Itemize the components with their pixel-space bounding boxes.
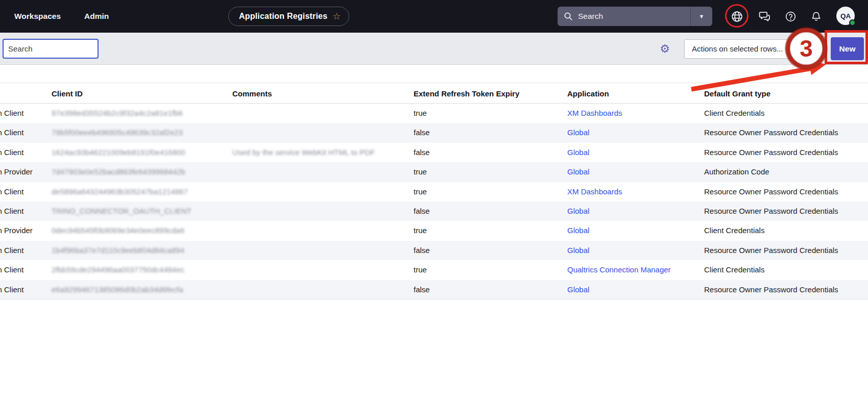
cell-extend-refresh-token-expiry: false: [414, 123, 430, 142]
avatar-initials: QA: [840, 12, 851, 20]
cell-registry-type: h Client: [0, 241, 49, 260]
cell-extend-refresh-token-expiry: true: [414, 162, 427, 182]
table-row[interactable]: h Client de5896a643244963b305247ba121486…: [0, 182, 868, 201]
cell-extend-refresh-token-expiry: false: [414, 241, 430, 260]
chevron-down-icon: ▼: [699, 13, 705, 19]
actions-on-selected-rows-dropdown[interactable]: Actions on selected rows...: [684, 39, 812, 59]
table-row[interactable]: h Provider 0dec94b545f0b9069e34e0eec899c…: [0, 221, 868, 240]
cell-default-grant-type: Client Credentials: [704, 221, 764, 240]
cell-application-link[interactable]: Global: [567, 123, 589, 142]
help-icon[interactable]: [784, 10, 797, 23]
cell-registry-type: h Provider: [0, 221, 49, 240]
table-row[interactable]: h Provider 7d47903e0e52bacd863fe64399684…: [0, 162, 868, 182]
cell-extend-refresh-token-expiry: true: [414, 182, 427, 201]
avatar[interactable]: QA: [836, 7, 855, 25]
cell-default-grant-type: Client Credentials: [704, 104, 764, 123]
cell-registry-type: h Provider: [0, 162, 49, 182]
cell-default-grant-type: Resource Owner Password Credentials: [704, 143, 838, 162]
nav-item-workspaces[interactable]: Workspaces: [14, 0, 61, 33]
global-search-placeholder: Search: [578, 12, 690, 21]
top-navbar: Workspaces Admin Application Registries …: [0, 0, 868, 33]
page-title: Application Registries: [239, 12, 327, 21]
globe-icon[interactable]: [730, 10, 743, 23]
search-icon: [564, 12, 573, 21]
global-search-box[interactable]: Search ▼: [558, 7, 712, 26]
table-row[interactable]: h Client 97e398ed35524b2c9f32a4c2a81e1fb…: [0, 104, 868, 123]
cell-application-link[interactable]: Global: [567, 201, 589, 221]
cell-client-id: TRINO_CONNECTOR_OAUTH_CLIENT: [52, 201, 191, 221]
cell-registry-type: h Client: [0, 182, 49, 201]
cell-client-id: 97e398ed35524b2c9f32a4c2a81e1fb6: [52, 104, 183, 123]
cell-client-id: de5896a643244963b305247ba1214867: [52, 182, 188, 201]
favorite-star-icon[interactable]: ☆: [332, 12, 341, 21]
cell-extend-refresh-token-expiry: false: [414, 201, 430, 221]
new-button[interactable]: New: [831, 37, 864, 60]
column-header-comments[interactable]: Comments: [232, 83, 272, 104]
list-toolbar: ⚙ Actions on selected rows... New: [0, 33, 868, 65]
column-header-default-grant-type[interactable]: Default Grant type: [704, 83, 770, 104]
cell-default-grant-type: Client Credentials: [704, 260, 764, 280]
cell-default-grant-type: Resource Owner Password Credentials: [704, 201, 838, 221]
column-header-extend-refresh-token-expiry[interactable]: Extend Refresh Token Expiry: [414, 83, 519, 104]
cell-application-link[interactable]: XM Dashboards: [567, 104, 622, 123]
cell-extend-refresh-token-expiry: false: [414, 280, 430, 299]
cell-extend-refresh-token-expiry: true: [414, 104, 427, 123]
cell-application-link[interactable]: Global: [567, 221, 589, 240]
search-scope-dropdown[interactable]: ▼: [691, 7, 712, 26]
cell-extend-refresh-token-expiry: true: [414, 260, 427, 280]
cell-client-id: e6a92994671385086d0b2ab34d6fecfa: [52, 280, 183, 299]
cell-client-id: 7d47903e0e52bacd863fe6439968442b: [52, 162, 185, 182]
table-row[interactable]: h Client 2fbb59cde294496aa0037750dc4484e…: [0, 260, 868, 280]
cell-registry-type: h Client: [0, 201, 49, 221]
table-header-row: Client ID Comments Extend Refresh Token …: [0, 83, 868, 104]
column-header-client-id[interactable]: Client ID: [52, 83, 83, 104]
cell-default-grant-type: Resource Owner Password Credentials: [704, 123, 838, 142]
cell-client-id: 0dec94b545f0b9069e34e0eec899cda6: [52, 221, 184, 240]
gear-icon[interactable]: ⚙: [658, 42, 672, 56]
table-search-input[interactable]: [3, 39, 99, 59]
cell-client-id: 79b5f00eeeb496905c49639c32af2e23: [52, 123, 183, 142]
table-row[interactable]: h Client e6a92994671385086d0b2ab34d6fecf…: [0, 280, 868, 299]
online-status-dot: [849, 19, 856, 26]
cell-registry-type: h Client: [0, 143, 49, 162]
application-registries-table: Client ID Comments Extend Refresh Token …: [0, 83, 868, 299]
cell-registry-type: h Client: [0, 123, 49, 142]
table-row[interactable]: h Client 1624ac93b46221009eb8191f0e41680…: [0, 143, 868, 162]
cell-default-grant-type: Resource Owner Password Credentials: [704, 241, 838, 260]
cell-registry-type: h Client: [0, 260, 49, 280]
cell-application-link[interactable]: XM Dashboards: [567, 182, 622, 201]
cell-default-grant-type: Resource Owner Password Credentials: [704, 280, 838, 299]
nav-item-admin[interactable]: Admin: [84, 0, 109, 33]
cell-default-grant-type: Resource Owner Password Credentials: [704, 182, 838, 201]
cell-extend-refresh-token-expiry: false: [414, 143, 430, 162]
cell-application-link[interactable]: Qualtrics Connection Manager: [567, 260, 671, 280]
cell-comments: Used by the service WebKit HTML to PDF: [232, 143, 375, 162]
cell-client-id: 1b4f96ba37e7d110c9eeb804d84ca894: [52, 241, 184, 260]
cell-application-link[interactable]: Global: [567, 280, 589, 299]
bell-icon[interactable]: [809, 10, 823, 23]
cell-application-link[interactable]: Global: [567, 143, 589, 162]
table-row[interactable]: h Client TRINO_CONNECTOR_OAUTH_CLIENT fa…: [0, 201, 868, 221]
chat-icon[interactable]: [758, 10, 771, 23]
cell-default-grant-type: Authorization Code: [704, 162, 769, 182]
cell-registry-type: h Client: [0, 104, 49, 123]
cell-extend-refresh-token-expiry: true: [414, 221, 427, 240]
table-row[interactable]: h Client 79b5f00eeeb496905c49639c32af2e2…: [0, 123, 868, 142]
cell-client-id: 2fbb59cde294496aa0037750dc4484ec: [52, 260, 184, 280]
context-pill-application-registries[interactable]: Application Registries ☆: [228, 7, 349, 26]
cell-client-id: 1624ac93b46221009eb8191f0e416800: [52, 143, 185, 162]
cell-application-link[interactable]: Global: [567, 162, 589, 182]
table-body: h Client 97e398ed35524b2c9f32a4c2a81e1fb…: [0, 104, 868, 299]
column-header-application[interactable]: Application: [567, 83, 609, 104]
cell-registry-type: h Client: [0, 280, 49, 299]
cell-application-link[interactable]: Global: [567, 241, 589, 260]
table-row[interactable]: h Client 1b4f96ba37e7d110c9eeb804d84ca89…: [0, 241, 868, 260]
